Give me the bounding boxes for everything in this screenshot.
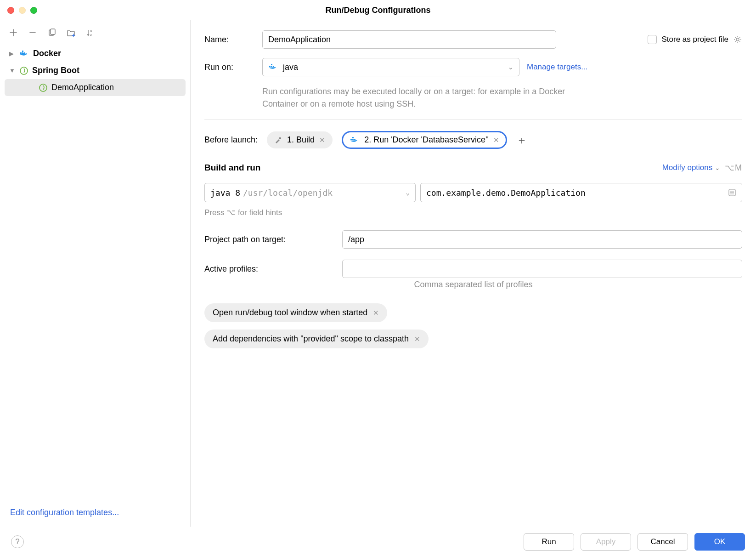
- modify-options-link[interactable]: Modify options ⌄: [662, 163, 720, 172]
- close-icon[interactable]: ✕: [414, 335, 420, 343]
- store-project-checkbox[interactable]: [648, 35, 657, 44]
- chip-text: Open run/debug tool window when started: [213, 308, 367, 318]
- sort-config-icon[interactable]: az: [85, 28, 96, 38]
- window-title: Run/Debug Configurations: [0, 6, 756, 15]
- docker-icon: [268, 63, 278, 71]
- tree-node-springboot[interactable]: ▼ Spring Boot: [5, 62, 186, 79]
- option-chip-open-toolwindow[interactable]: Open run/debug tool window when started …: [204, 303, 387, 322]
- remove-config-icon[interactable]: [28, 28, 38, 38]
- window-zoom-button[interactable]: [30, 7, 37, 14]
- svg-rect-17: [352, 139, 354, 140]
- manage-targets-link[interactable]: Manage targets...: [527, 63, 587, 72]
- tree-label: DemoApplication: [51, 83, 114, 92]
- svg-rect-1: [51, 29, 55, 34]
- svg-rect-16: [350, 139, 352, 140]
- svg-rect-13: [273, 66, 274, 67]
- runon-value: java: [283, 63, 503, 72]
- expand-icon[interactable]: ▼: [9, 67, 16, 74]
- svg-rect-7: [22, 51, 23, 52]
- chevron-down-icon: ⌄: [508, 63, 513, 71]
- collapse-icon[interactable]: ▶: [9, 50, 16, 57]
- store-project-label: Store as project file: [661, 35, 728, 44]
- close-icon[interactable]: ✕: [493, 136, 499, 144]
- runon-label: Run on:: [204, 63, 255, 72]
- profiles-label: Active profiles:: [204, 264, 333, 274]
- folder-config-icon[interactable]: [66, 28, 76, 38]
- chip-text: Add dependencies with "provided" scope t…: [213, 334, 409, 344]
- modify-shortcut: ⌥M: [725, 163, 742, 173]
- svg-rect-19: [352, 137, 354, 138]
- docker-icon: [19, 50, 29, 58]
- edit-templates-link[interactable]: Edit configuration templates...: [10, 508, 119, 517]
- svg-rect-11: [269, 66, 271, 67]
- run-button[interactable]: Run: [524, 533, 574, 551]
- field-hint: Press ⌥ for field hints: [204, 208, 742, 217]
- hammer-icon: [274, 136, 282, 144]
- list-icon[interactable]: [728, 188, 736, 197]
- svg-rect-12: [271, 66, 272, 67]
- tree-label: Docker: [33, 49, 61, 58]
- chevron-down-icon: ⌄: [406, 189, 410, 196]
- apply-button[interactable]: Apply: [581, 533, 631, 551]
- sidebar: az ▶ Docker ▼ Spring Boot: [0, 20, 191, 527]
- close-icon[interactable]: ✕: [373, 309, 379, 317]
- gear-icon[interactable]: [733, 35, 742, 44]
- svg-rect-18: [354, 139, 355, 140]
- tree-node-docker[interactable]: ▶ Docker: [5, 45, 186, 62]
- tree-label: Spring Boot: [32, 66, 79, 75]
- svg-rect-15: [279, 137, 281, 139]
- svg-rect-14: [271, 64, 272, 65]
- docker-icon: [350, 136, 360, 144]
- option-chip-provided-scope[interactable]: Add dependencies with "provided" scope t…: [204, 330, 429, 348]
- dialog-footer: ? Run Apply Cancel OK: [0, 527, 756, 557]
- jdk-dropdown[interactable]: java 8 /usr/local/openjdk ⌄: [204, 183, 416, 202]
- ok-button[interactable]: OK: [694, 533, 745, 551]
- svg-rect-4: [20, 52, 22, 54]
- project-path-label: Project path on target:: [204, 235, 333, 244]
- project-path-input[interactable]: [342, 230, 742, 249]
- tree-node-demoapplication[interactable]: DemoApplication: [5, 79, 186, 96]
- svg-point-9: [39, 84, 47, 91]
- window-close-button[interactable]: [7, 7, 14, 14]
- springboot-icon: [19, 66, 28, 75]
- main-class-text: com.example.demo.DemoApplication: [426, 188, 728, 198]
- chevron-down-icon: ⌄: [715, 164, 720, 171]
- help-button[interactable]: ?: [11, 535, 24, 548]
- before-launch-task-docker[interactable]: 2. Run 'Docker 'DatabaseService'' ✕: [342, 131, 507, 149]
- profiles-input[interactable]: [342, 260, 742, 278]
- jdk-name: java 8: [210, 188, 240, 198]
- main-panel: Name: Store as project file Run on: java…: [191, 20, 756, 527]
- pill-text: 1. Build: [287, 135, 315, 145]
- pill-text: 2. Run 'Docker 'DatabaseService'': [364, 135, 489, 145]
- svg-text:z: z: [90, 33, 92, 37]
- close-icon[interactable]: ✕: [319, 136, 325, 144]
- name-label: Name:: [204, 35, 255, 45]
- copy-config-icon[interactable]: [47, 28, 57, 38]
- runon-hint: Run configurations may be executed local…: [262, 85, 593, 110]
- config-name-input[interactable]: [262, 30, 556, 49]
- svg-point-10: [736, 38, 739, 41]
- before-launch-task-build[interactable]: 1. Build ✕: [267, 131, 333, 148]
- add-before-launch-icon[interactable]: ＋: [516, 133, 527, 148]
- svg-point-8: [20, 67, 28, 74]
- section-title: Build and run: [204, 163, 260, 173]
- before-launch-label: Before launch:: [204, 135, 258, 145]
- divider: [204, 119, 742, 120]
- add-config-icon[interactable]: [8, 28, 18, 38]
- main-class-input[interactable]: com.example.demo.DemoApplication: [420, 183, 742, 202]
- jdk-path: /usr/local/openjdk: [243, 188, 406, 198]
- springboot-icon: [39, 83, 48, 92]
- runon-dropdown[interactable]: java ⌄: [262, 58, 519, 76]
- cancel-button[interactable]: Cancel: [638, 533, 688, 551]
- sidebar-toolbar: az: [0, 24, 190, 44]
- window-minimize-button[interactable]: [19, 7, 26, 14]
- profiles-hint: Comma separated list of profiles: [204, 280, 742, 290]
